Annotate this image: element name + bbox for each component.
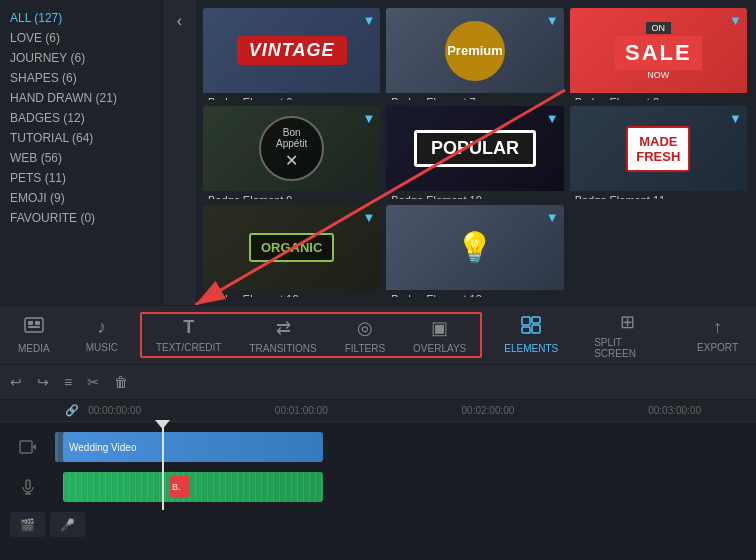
badge-now: NOW — [647, 70, 669, 80]
sidebar-item-hand-drawn[interactable]: HAND DRAWN (21) — [10, 88, 154, 108]
grid-item-9[interactable]: Bon Appétit ✕ ▼ Badge Element 9 — [203, 106, 380, 198]
svg-rect-7 — [522, 327, 530, 333]
toolbar-transitions-label: TRANSITIONS — [249, 343, 316, 354]
sidebar-item-badges[interactable]: BADGES (12) — [10, 108, 154, 128]
toolbar-export[interactable]: ↑ EXPORT — [679, 306, 756, 364]
chevron-left-icon: ‹ — [177, 12, 182, 30]
sidebar-item-emoji[interactable]: EMOJI (9) — [10, 188, 154, 208]
cut-button[interactable]: ✂ — [87, 374, 99, 390]
toolbar-elements[interactable]: ELEMENTS — [486, 306, 576, 364]
clip-video-label: Wedding Video — [63, 442, 142, 453]
item-label-12: Badge Element 12 — [203, 290, 380, 297]
toolbar-media[interactable]: MEDIA — [0, 306, 68, 364]
audio-add-icon: 🎤 — [60, 518, 75, 532]
redo-button[interactable]: ↪ — [37, 374, 49, 390]
toolbar-music-label: MUSIC — [86, 342, 118, 353]
toolbar-text-label: TEXT/CREDIT — [156, 342, 222, 353]
elements-grid: VINTAGE ▼ Badge Element 6 Premium ▼ Badg… — [195, 0, 755, 305]
svg-rect-3 — [28, 321, 33, 325]
grid-item-7[interactable]: Premium ▼ Badge Element 7 — [386, 8, 563, 100]
badge-organic: ORGANIC — [249, 233, 334, 262]
grid-item-10[interactable]: POPULAR ▼ Badge Element 10 — [386, 106, 563, 198]
clip-wedding-video[interactable]: Wedding Video — [63, 432, 323, 462]
grid-item-11[interactable]: MADEFRESH ▼ Badge Element 11 — [570, 106, 747, 198]
toolbar: MEDIA ♪ MUSIC T TEXT/CREDIT ⇄ TRANSITION… — [0, 305, 756, 365]
sidebar-item-all[interactable]: ALL (127) — [10, 8, 154, 28]
svg-rect-9 — [532, 325, 540, 333]
timeline-needle[interactable] — [162, 422, 164, 510]
timeline-tracks: Wedding Video — [0, 422, 756, 542]
sidebar-item-journey[interactable]: JOURNEY (6) — [10, 48, 154, 68]
toolbar-transitions[interactable]: ⇄ TRANSITIONS — [235, 314, 330, 356]
toolbar-export-label: EXPORT — [697, 342, 738, 353]
toolbar-filters[interactable]: ◎ FILTERS — [331, 314, 399, 356]
toolbar-elements-label: ELEMENTS — [504, 343, 558, 354]
media-icon — [24, 316, 44, 339]
timeline: ↩ ↪ ≡ ✂ 🗑 🔗 00:00:00:00 00:01:00:00 00:0… — [0, 365, 756, 560]
grid-item-8[interactable]: ON SALE NOW ▼ Badge Element 8 — [570, 8, 747, 100]
filters-icon: ◎ — [357, 317, 373, 339]
timeline-ruler: 🔗 00:00:00:00 00:01:00:00 00:02:00:00 00… — [0, 400, 756, 422]
sidebar-item-web[interactable]: WEB (56) — [10, 148, 154, 168]
overlays-icon: ▣ — [431, 317, 448, 339]
sidebar-item-tutorial[interactable]: TUTORIAL (64) — [10, 128, 154, 148]
item-label-13: Badge Element 13 — [386, 290, 563, 297]
timeline-controls: ↩ ↪ ≡ ✂ 🗑 — [0, 365, 756, 400]
download-icon-7[interactable]: ▼ — [546, 13, 559, 28]
ruler-mark-2: 00:02:00:00 — [462, 405, 515, 416]
sidebar-item-love[interactable]: LOVE (6) — [10, 28, 154, 48]
badge-made-fresh: MADEFRESH — [626, 126, 690, 172]
svg-rect-8 — [532, 317, 540, 323]
elements-icon — [521, 316, 541, 339]
toolbar-text[interactable]: T TEXT/CREDIT — [142, 314, 236, 356]
video-track-row: Wedding Video — [0, 427, 756, 467]
add-audio-track-btn[interactable]: 🎤 — [50, 512, 85, 537]
grid-item-13[interactable]: 💡 ▼ Badge Element 13 — [386, 205, 563, 297]
badge-on: ON — [646, 22, 672, 34]
split-icon: ⊞ — [620, 311, 635, 333]
download-icon-9[interactable]: ▼ — [362, 111, 375, 126]
download-icon-8[interactable]: ▼ — [729, 13, 742, 28]
clip-audio[interactable] — [63, 472, 323, 502]
toolbar-split-label: SPLIT SCREEN — [594, 337, 661, 359]
video-track-content: Wedding Video — [55, 430, 756, 464]
toolbar-music[interactable]: ♪ MUSIC — [68, 306, 136, 364]
film-icon: 🎬 — [20, 518, 35, 532]
item-label-8: Badge Element 8 — [570, 93, 747, 100]
sidebar-item-pets[interactable]: PETS (11) — [10, 168, 154, 188]
layers-button[interactable]: ≡ — [64, 374, 72, 390]
grid-item-6[interactable]: VINTAGE ▼ Badge Element 6 — [203, 8, 380, 100]
back-button[interactable]: ‹ — [165, 0, 195, 305]
download-icon-11[interactable]: ▼ — [729, 111, 742, 126]
grid-item-12[interactable]: ORGANIC ▼ Badge Element 12 — [203, 205, 380, 297]
svg-rect-4 — [35, 321, 40, 325]
clip-b[interactable]: B. — [170, 476, 190, 498]
svg-rect-6 — [522, 317, 530, 325]
badge-premium: Premium — [445, 21, 505, 81]
sidebar-item-shapes[interactable]: SHAPES (6) — [10, 68, 154, 88]
download-icon-10[interactable]: ▼ — [546, 111, 559, 126]
svg-rect-10 — [20, 441, 32, 453]
toolbar-media-label: MEDIA — [18, 343, 50, 354]
undo-button[interactable]: ↩ — [10, 374, 22, 390]
item-label-10: Badge Element 10 — [386, 191, 563, 198]
text-icon: T — [183, 317, 194, 338]
ruler-marks: 00:00:00:00 00:01:00:00 00:02:00:00 00:0… — [88, 405, 701, 416]
audio-track-icon — [0, 479, 55, 495]
add-video-track-btn[interactable]: 🎬 — [10, 512, 45, 537]
download-icon-12[interactable]: ▼ — [362, 210, 375, 225]
outlined-toolbar-group: T TEXT/CREDIT ⇄ TRANSITIONS ◎ FILTERS ▣ … — [140, 312, 482, 358]
badge-bon: Bon Appétit ✕ — [259, 116, 324, 181]
toolbar-overlays[interactable]: ▣ OVERLAYS — [399, 314, 480, 356]
video-track-icon — [0, 440, 55, 454]
svg-rect-12 — [26, 480, 30, 489]
track-add-row: 🎬 🎤 — [0, 512, 756, 537]
download-icon[interactable]: ▼ — [362, 13, 375, 28]
transitions-icon: ⇄ — [276, 317, 291, 339]
delete-button[interactable]: 🗑 — [114, 374, 128, 390]
toolbar-split[interactable]: ⊞ SPLIT SCREEN — [576, 306, 679, 364]
svg-rect-5 — [28, 326, 40, 328]
download-icon-13[interactable]: ▼ — [546, 210, 559, 225]
music-icon: ♪ — [97, 317, 106, 338]
sidebar-item-favourite[interactable]: FAVOURITE (0) — [10, 208, 154, 228]
